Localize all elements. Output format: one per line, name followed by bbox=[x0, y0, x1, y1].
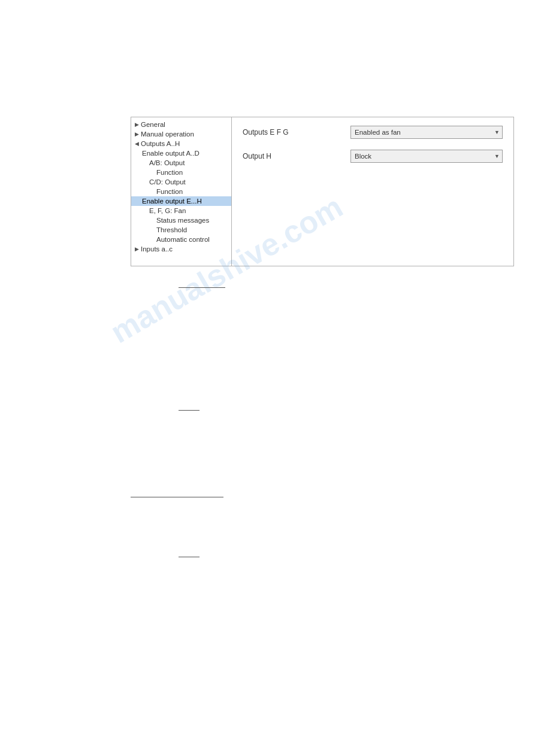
tree-label-status-messages: Status messages bbox=[156, 217, 209, 224]
tree-label-ab-output: A/B: Output bbox=[149, 159, 185, 166]
field-row-output-h: Output HBlockEnabled as fanDisabled bbox=[243, 150, 503, 163]
tree-item-automatic-control[interactable]: Automatic control bbox=[131, 235, 231, 244]
tree-label-manual-operation: Manual operation bbox=[141, 130, 194, 138]
tree-item-manual-operation[interactable]: ▶Manual operation bbox=[131, 129, 231, 139]
settings-panel: ▶General▶Manual operation◀Outputs A..HEn… bbox=[131, 117, 514, 266]
tree-label-efg-fan: E, F, G: Fan bbox=[149, 207, 186, 214]
tree-arrow-inputs-auc: ▶ bbox=[135, 246, 139, 252]
tree-label-enable-output-ad: Enable output A..D bbox=[142, 150, 200, 157]
tree-label-function-1: Function bbox=[156, 169, 183, 176]
tree-label-cd-output: C/D: Output bbox=[149, 178, 186, 186]
tree-item-threshold[interactable]: Threshold bbox=[131, 225, 231, 235]
tree-arrow-manual-operation: ▶ bbox=[135, 131, 139, 137]
tree-item-function-2[interactable]: Function bbox=[131, 187, 231, 196]
tree-label-function-2: Function bbox=[156, 188, 183, 195]
tree-item-inputs-auc[interactable]: ▶Inputs a..c bbox=[131, 244, 231, 254]
tree-item-general[interactable]: ▶General bbox=[131, 120, 231, 129]
separator-line-0 bbox=[179, 287, 225, 288]
dropdown-wrapper-output-h: BlockEnabled as fanDisabled bbox=[350, 150, 503, 163]
tree-arrow-general: ▶ bbox=[135, 122, 139, 127]
tree-label-inputs-auc: Inputs a..c bbox=[141, 245, 173, 253]
tree-label-enable-output-eh: Enable output E...H bbox=[142, 198, 202, 205]
tree-label-threshold: Threshold bbox=[156, 226, 187, 233]
tree-panel: ▶General▶Manual operation◀Outputs A..HEn… bbox=[131, 117, 232, 266]
separator-line-3 bbox=[179, 557, 200, 557]
tree-item-ab-output[interactable]: A/B: Output bbox=[131, 158, 231, 168]
tree-label-outputs-ah: Outputs A..H bbox=[141, 140, 180, 147]
tree-item-efg-fan[interactable]: E, F, G: Fan bbox=[131, 206, 231, 215]
dropdown-outputs-efg[interactable]: Enabled as fanBlockDisabled bbox=[350, 126, 503, 139]
field-label-output-h: Output H bbox=[243, 152, 350, 160]
tree-item-enable-output-eh[interactable]: Enable output E...H bbox=[131, 196, 231, 206]
dropdown-output-h[interactable]: BlockEnabled as fanDisabled bbox=[350, 150, 503, 163]
field-row-outputs-efg: Outputs E F GEnabled as fanBlockDisabled bbox=[243, 126, 503, 139]
tree-arrow-outputs-ah: ◀ bbox=[135, 141, 139, 147]
separator-line-2 bbox=[131, 497, 223, 497]
dropdown-wrapper-outputs-efg: Enabled as fanBlockDisabled bbox=[350, 126, 503, 139]
tree-item-cd-output[interactable]: C/D: Output bbox=[131, 177, 231, 187]
tree-label-general: General bbox=[141, 121, 165, 128]
tree-item-enable-output-ad[interactable]: Enable output A..D bbox=[131, 148, 231, 158]
field-label-outputs-efg: Outputs E F G bbox=[243, 128, 350, 136]
content-panel: Outputs E F GEnabled as fanBlockDisabled… bbox=[232, 117, 513, 266]
tree-label-automatic-control: Automatic control bbox=[156, 236, 210, 243]
tree-item-function-1[interactable]: Function bbox=[131, 168, 231, 177]
tree-item-outputs-ah[interactable]: ◀Outputs A..H bbox=[131, 139, 231, 148]
separator-line-1 bbox=[179, 410, 200, 411]
tree-item-status-messages[interactable]: Status messages bbox=[131, 215, 231, 225]
